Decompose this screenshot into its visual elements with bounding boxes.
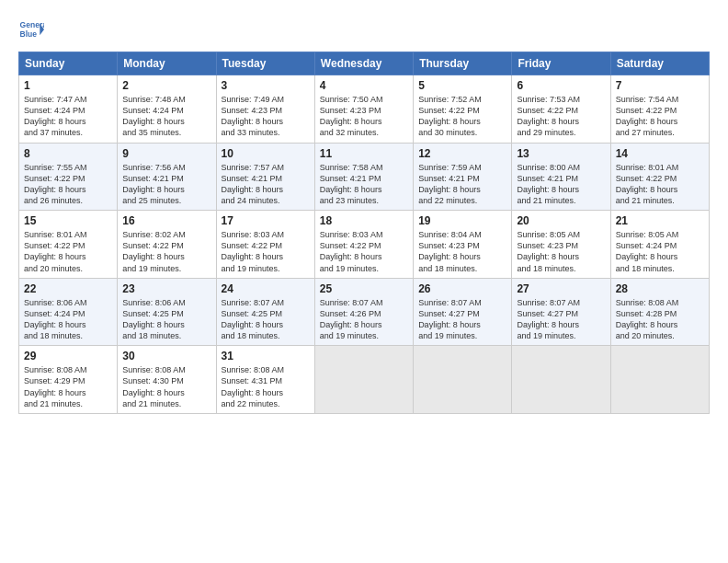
calendar-day: 15Sunrise: 8:01 AM Sunset: 4:22 PM Dayli… [19,211,118,279]
day-number: 28 [616,282,704,295]
svg-text:Blue: Blue [20,29,38,39]
day-number: 8 [24,147,112,160]
calendar-day: 6Sunrise: 7:53 AM Sunset: 4:22 PM Daylig… [512,75,610,144]
day-number: 4 [320,79,408,92]
day-number: 23 [122,282,210,295]
calendar-day: 2Sunrise: 7:48 AM Sunset: 4:24 PM Daylig… [118,75,216,144]
calendar-day: 18Sunrise: 8:03 AM Sunset: 4:22 PM Dayli… [314,211,413,279]
calendar-day: 19Sunrise: 8:04 AM Sunset: 4:23 PM Dayli… [414,211,512,279]
calendar-day: 3Sunrise: 7:49 AM Sunset: 4:23 PM Daylig… [216,75,314,144]
calendar-day: 23Sunrise: 8:06 AM Sunset: 4:25 PM Dayli… [118,278,216,346]
header-saturday: Saturday [610,52,709,75]
day-info: Sunrise: 7:57 AM Sunset: 4:21 PM Dayligh… [222,162,310,207]
calendar-day: 27Sunrise: 8:07 AM Sunset: 4:27 PM Dayli… [512,278,610,346]
day-number: 12 [418,147,506,160]
day-info: Sunrise: 7:59 AM Sunset: 4:21 PM Dayligh… [418,162,506,207]
day-info: Sunrise: 8:00 AM Sunset: 4:21 PM Dayligh… [517,162,605,207]
calendar-day [414,346,512,414]
calendar-day: 11Sunrise: 7:58 AM Sunset: 4:21 PM Dayli… [314,143,413,211]
day-info: Sunrise: 8:06 AM Sunset: 4:25 PM Dayligh… [122,297,210,342]
calendar-day: 20Sunrise: 8:05 AM Sunset: 4:23 PM Dayli… [512,211,610,279]
calendar-day [512,346,610,414]
day-number: 17 [222,214,310,227]
day-info: Sunrise: 8:02 AM Sunset: 4:22 PM Dayligh… [122,229,210,274]
day-info: Sunrise: 7:54 AM Sunset: 4:22 PM Dayligh… [616,94,704,139]
calendar-day: 29Sunrise: 8:08 AM Sunset: 4:29 PM Dayli… [19,346,118,414]
calendar-week-5: 29Sunrise: 8:08 AM Sunset: 4:29 PM Dayli… [19,346,710,414]
calendar-day: 30Sunrise: 8:08 AM Sunset: 4:30 PM Dayli… [118,346,216,414]
day-number: 22 [24,282,112,295]
day-info: Sunrise: 8:03 AM Sunset: 4:22 PM Dayligh… [320,229,408,274]
day-number: 11 [320,147,408,160]
calendar-day [610,346,709,414]
header-monday: Monday [118,52,216,75]
page-header: General Blue [18,17,710,42]
day-info: Sunrise: 8:01 AM Sunset: 4:22 PM Dayligh… [616,162,704,207]
day-info: Sunrise: 7:47 AM Sunset: 4:24 PM Dayligh… [24,94,112,139]
calendar-day: 14Sunrise: 8:01 AM Sunset: 4:22 PM Dayli… [610,143,709,211]
calendar-day: 12Sunrise: 7:59 AM Sunset: 4:21 PM Dayli… [414,143,512,211]
day-number: 5 [418,79,506,92]
day-info: Sunrise: 8:01 AM Sunset: 4:22 PM Dayligh… [24,229,112,274]
calendar-week-3: 15Sunrise: 8:01 AM Sunset: 4:22 PM Dayli… [19,211,710,279]
day-number: 1 [24,79,112,92]
day-info: Sunrise: 7:52 AM Sunset: 4:22 PM Dayligh… [418,94,506,139]
day-info: Sunrise: 8:08 AM Sunset: 4:28 PM Dayligh… [616,297,704,342]
calendar-week-1: 1Sunrise: 7:47 AM Sunset: 4:24 PM Daylig… [19,75,710,144]
calendar-day [314,346,413,414]
day-info: Sunrise: 8:03 AM Sunset: 4:22 PM Dayligh… [222,229,310,274]
day-number: 6 [517,79,605,92]
day-info: Sunrise: 7:58 AM Sunset: 4:21 PM Dayligh… [320,162,408,207]
calendar-day: 24Sunrise: 8:07 AM Sunset: 4:25 PM Dayli… [216,278,314,346]
calendar-day: 13Sunrise: 8:00 AM Sunset: 4:21 PM Dayli… [512,143,610,211]
day-number: 24 [222,282,310,295]
day-number: 16 [122,214,210,227]
header-tuesday: Tuesday [216,52,314,75]
day-info: Sunrise: 8:07 AM Sunset: 4:25 PM Dayligh… [222,297,310,342]
day-info: Sunrise: 7:56 AM Sunset: 4:21 PM Dayligh… [122,162,210,207]
day-number: 26 [418,282,506,295]
calendar-header-row: SundayMondayTuesdayWednesdayThursdayFrid… [19,52,710,75]
day-number: 9 [122,147,210,160]
day-number: 15 [24,214,112,227]
header-thursday: Thursday [414,52,512,75]
calendar-day: 22Sunrise: 8:06 AM Sunset: 4:24 PM Dayli… [19,278,118,346]
day-info: Sunrise: 7:50 AM Sunset: 4:23 PM Dayligh… [320,94,408,139]
logo-icon: General Blue [18,17,44,42]
header-sunday: Sunday [19,52,118,75]
day-number: 18 [320,214,408,227]
calendar-week-2: 8Sunrise: 7:55 AM Sunset: 4:22 PM Daylig… [19,143,710,211]
day-info: Sunrise: 7:49 AM Sunset: 4:23 PM Dayligh… [222,94,310,139]
day-info: Sunrise: 8:07 AM Sunset: 4:26 PM Dayligh… [320,297,408,342]
calendar-day: 4Sunrise: 7:50 AM Sunset: 4:23 PM Daylig… [314,75,413,144]
day-info: Sunrise: 8:08 AM Sunset: 4:31 PM Dayligh… [222,364,310,409]
day-number: 31 [222,350,310,362]
day-info: Sunrise: 7:53 AM Sunset: 4:22 PM Dayligh… [517,94,605,139]
day-number: 21 [616,214,704,227]
calendar-day: 9Sunrise: 7:56 AM Sunset: 4:21 PM Daylig… [118,143,216,211]
day-info: Sunrise: 8:08 AM Sunset: 4:30 PM Dayligh… [122,364,210,409]
calendar-day: 31Sunrise: 8:08 AM Sunset: 4:31 PM Dayli… [216,346,314,414]
calendar-day: 21Sunrise: 8:05 AM Sunset: 4:24 PM Dayli… [610,211,709,279]
calendar-day: 7Sunrise: 7:54 AM Sunset: 4:22 PM Daylig… [610,75,709,144]
day-number: 25 [320,282,408,295]
day-info: Sunrise: 7:55 AM Sunset: 4:22 PM Dayligh… [24,162,112,207]
calendar-table: SundayMondayTuesdayWednesdayThursdayFrid… [18,52,710,414]
calendar-day: 25Sunrise: 8:07 AM Sunset: 4:26 PM Dayli… [314,278,413,346]
day-number: 7 [616,79,704,92]
day-number: 20 [517,214,605,227]
day-info: Sunrise: 7:48 AM Sunset: 4:24 PM Dayligh… [122,94,210,139]
day-info: Sunrise: 8:08 AM Sunset: 4:29 PM Dayligh… [24,364,112,409]
calendar-day: 1Sunrise: 7:47 AM Sunset: 4:24 PM Daylig… [19,75,118,144]
day-info: Sunrise: 8:06 AM Sunset: 4:24 PM Dayligh… [24,297,112,342]
day-info: Sunrise: 8:07 AM Sunset: 4:27 PM Dayligh… [517,297,605,342]
day-number: 14 [616,147,704,160]
header-friday: Friday [512,52,610,75]
header-wednesday: Wednesday [314,52,413,75]
day-info: Sunrise: 8:07 AM Sunset: 4:27 PM Dayligh… [418,297,506,342]
calendar-week-4: 22Sunrise: 8:06 AM Sunset: 4:24 PM Dayli… [19,278,710,346]
calendar-day: 10Sunrise: 7:57 AM Sunset: 4:21 PM Dayli… [216,143,314,211]
calendar-day: 5Sunrise: 7:52 AM Sunset: 4:22 PM Daylig… [414,75,512,144]
day-number: 2 [122,79,210,92]
calendar-day: 17Sunrise: 8:03 AM Sunset: 4:22 PM Dayli… [216,211,314,279]
